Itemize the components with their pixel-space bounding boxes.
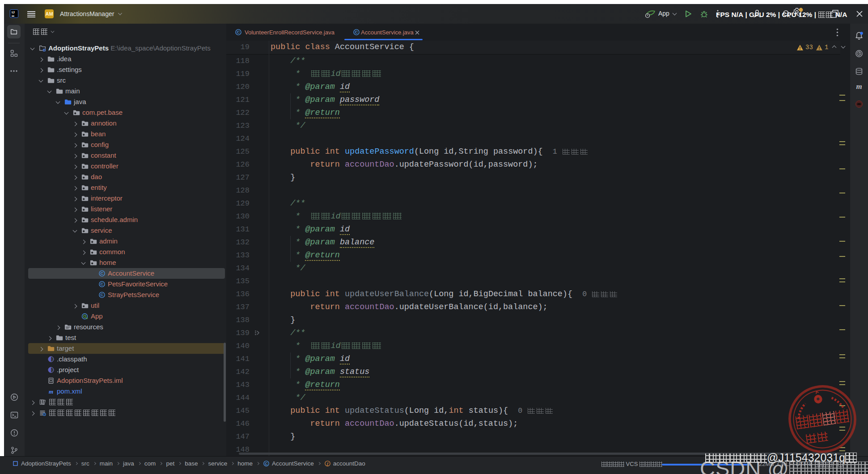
svg-text:C: C [355,29,358,34]
svg-text:C: C [101,271,104,276]
svg-text:C: C [237,29,240,34]
svg-text:C: C [101,281,104,286]
svg-text:m: m [49,388,53,395]
svg-text:f: f [327,461,329,466]
svg-text:C: C [101,292,104,297]
svg-text:C: C [265,461,268,466]
